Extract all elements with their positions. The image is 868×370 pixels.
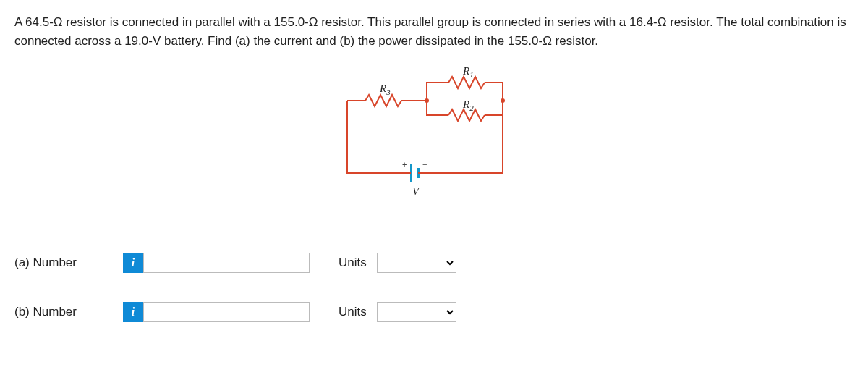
info-icon[interactable]: i	[123, 302, 143, 322]
part-a-label: (a) Number	[14, 256, 123, 270]
part-a-units-select[interactable]	[377, 253, 456, 273]
part-a-number-input[interactable]	[143, 253, 310, 273]
part-a-units-label: Units	[339, 256, 367, 270]
circuit-diagram: R3 R1 R2 V + −	[14, 64, 854, 209]
svg-text:V: V	[412, 185, 420, 197]
part-a-row: (a) Number i Units	[14, 253, 854, 273]
part-b-units-select[interactable]	[377, 302, 456, 322]
part-b-row: (b) Number i Units	[14, 302, 854, 322]
question-text: A 64.5-Ω resistor is connected in parall…	[14, 13, 854, 50]
part-b-label: (b) Number	[14, 305, 123, 319]
svg-point-1	[501, 98, 505, 103]
part-b-number-input[interactable]	[143, 302, 310, 322]
svg-text:−: −	[422, 160, 427, 169]
info-icon[interactable]: i	[123, 253, 143, 273]
svg-text:+: +	[402, 160, 407, 169]
svg-point-0	[425, 98, 429, 103]
part-b-units-label: Units	[339, 305, 367, 319]
